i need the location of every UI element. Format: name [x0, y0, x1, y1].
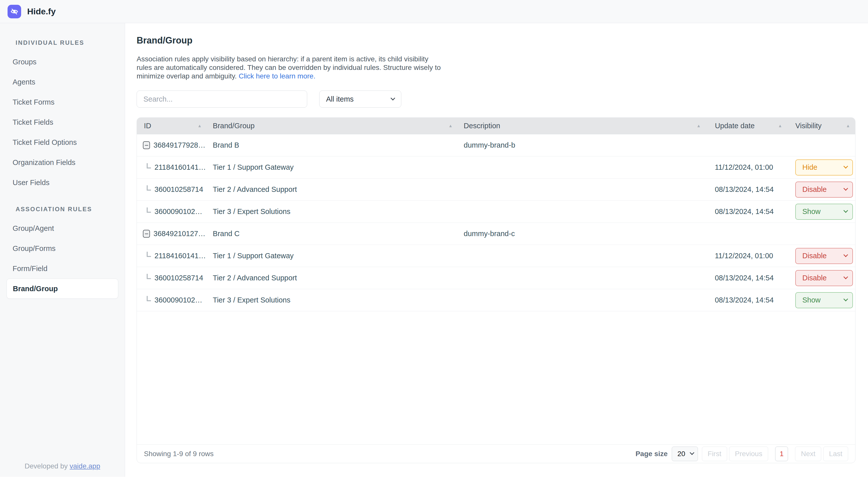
page-button-last[interactable]: Last — [823, 447, 848, 461]
brand-group-cell: Tier 2 / Advanced Support — [213, 179, 464, 200]
sidebar-item-ticket-field-options[interactable]: Ticket Field Options — [6, 132, 118, 152]
id-cell: 3600090102… — [137, 289, 213, 311]
visibility-value: Hide — [802, 163, 817, 171]
sidebar-item-group-forms[interactable]: Group/Forms — [6, 238, 118, 258]
items-filter-select[interactable]: All items — [319, 91, 401, 107]
id-cell: 36849210127… — [137, 223, 213, 245]
sidebar-sections: INDIVIDUAL RULESGroupsAgentsTicket Forms… — [0, 39, 125, 299]
table-body: 36849177928…Brand Bdummy-brand-b21184160… — [137, 134, 855, 444]
column-header-id[interactable]: ID▲ — [137, 118, 213, 134]
page-size-value: 20 — [678, 450, 685, 458]
visibility-select[interactable]: Disable — [795, 270, 853, 286]
row-id: 3600090102… — [154, 296, 202, 304]
visibility-value: Show — [802, 208, 821, 216]
app-logo — [7, 5, 21, 18]
learn-more-link[interactable]: Click here to learn more. — [239, 72, 315, 80]
brand-group-cell: Tier 1 / Support Gateway — [213, 156, 464, 178]
table-row: 21184160141…Tier 1 / Support Gateway11/1… — [137, 245, 855, 267]
visibility-select[interactable]: Disable — [795, 248, 853, 264]
sidebar-item-form-field[interactable]: Form/Field — [6, 258, 118, 279]
main-content: Brand/Group Association rules apply visi… — [125, 23, 868, 477]
update-date-cell: 08/13/2024, 14:54 — [712, 289, 792, 311]
visibility-cell — [792, 134, 855, 156]
collapse-toggle-button[interactable] — [143, 230, 150, 237]
brand-group-cell: Brand C — [213, 223, 464, 245]
table-row: 360010258714Tier 2 / Advanced Support08/… — [137, 179, 855, 201]
sidebar-item-ticket-forms[interactable]: Ticket Forms — [6, 92, 118, 112]
page-button-1[interactable]: 1 — [775, 447, 788, 461]
sidebar-item-organization-fields[interactable]: Organization Fields — [6, 152, 118, 172]
row-id: 36849210127… — [153, 230, 205, 238]
id-cell: 360010258714 — [137, 267, 213, 289]
update-date-cell — [712, 223, 792, 245]
row-id: 36849177928… — [153, 141, 205, 149]
chevron-down-icon — [690, 450, 694, 455]
search-input[interactable] — [136, 91, 307, 107]
description-cell — [464, 267, 712, 289]
column-header-brand-group[interactable]: Brand/Group▲ — [213, 118, 464, 134]
sidebar-item-brand-group[interactable]: Brand/Group — [6, 279, 118, 299]
chevron-down-icon — [391, 96, 395, 100]
sidebar-item-group-agent[interactable]: Group/Agent — [6, 218, 118, 238]
chevron-down-icon — [843, 275, 848, 279]
visibility-select[interactable]: Show — [795, 292, 853, 308]
brand-group-cell: Brand B — [213, 134, 464, 156]
chevron-down-icon — [843, 186, 848, 191]
sidebar-item-user-fields[interactable]: User Fields — [6, 172, 118, 193]
sidebar-section-label: INDIVIDUAL RULES — [0, 39, 125, 46]
table-row: 3600090102…Tier 3 / Expert Solutions08/1… — [137, 201, 855, 223]
visibility-select[interactable]: Disable — [795, 182, 853, 198]
visibility-cell: Disable — [792, 267, 855, 289]
page-description: Association rules apply visibility based… — [136, 55, 442, 81]
visibility-value: Show — [802, 296, 821, 304]
visibility-cell: Disable — [792, 245, 855, 267]
filters-bar: All items — [136, 91, 856, 107]
id-cell: 3600090102… — [137, 201, 213, 223]
description-cell: dummy-brand-b — [464, 134, 712, 156]
chevron-down-icon — [843, 208, 848, 213]
chevron-down-icon — [843, 252, 848, 257]
row-id: 21184160141… — [154, 252, 206, 260]
pagination-buttons: FirstPrevious1NextLast — [702, 447, 848, 461]
rules-table: ID▲Brand/Group▲Description▲Update date▲V… — [136, 118, 856, 463]
visibility-cell — [792, 223, 855, 245]
page-button-first[interactable]: First — [702, 447, 727, 461]
update-date-cell: 11/12/2024, 01:00 — [712, 156, 792, 178]
column-label: ID — [144, 122, 151, 130]
column-label: Visibility — [795, 122, 822, 130]
collapse-toggle-button[interactable] — [143, 141, 150, 149]
update-date-cell: 08/13/2024, 14:54 — [712, 179, 792, 200]
table-row: 21184160141…Tier 1 / Support Gateway11/1… — [137, 156, 855, 179]
row-id: 360010258714 — [154, 274, 203, 282]
visibility-select[interactable]: Hide — [795, 159, 853, 176]
sidebar-item-ticket-fields[interactable]: Ticket Fields — [6, 112, 118, 132]
tree-connector-icon — [147, 252, 151, 257]
minus-icon — [145, 145, 148, 146]
column-header-update-date[interactable]: Update date▲ — [712, 118, 792, 134]
eye-off-icon — [10, 7, 19, 15]
sidebar-item-groups[interactable]: Groups — [6, 52, 118, 72]
visibility-value: Disable — [802, 274, 827, 282]
visibility-value: Disable — [802, 185, 827, 194]
description-cell: dummy-brand-c — [464, 223, 712, 245]
page-button-next[interactable]: Next — [795, 447, 821, 461]
description-cell — [464, 156, 712, 178]
column-header-visibility[interactable]: Visibility▲ — [792, 118, 855, 134]
page-size-label: Page size — [636, 450, 668, 458]
sidebar-footer: Developed by vaide.app — [0, 462, 125, 470]
vaide-app-link[interactable]: vaide.app — [70, 462, 100, 470]
visibility-select[interactable]: Show — [795, 204, 853, 220]
row-id: 360010258714 — [154, 185, 203, 194]
page-title: Brand/Group — [136, 35, 856, 46]
sidebar-nav: GroupsAgentsTicket FormsTicket FieldsTic… — [0, 52, 125, 193]
page-size-select[interactable]: 20 — [672, 447, 698, 461]
column-header-description[interactable]: Description▲ — [464, 118, 712, 134]
rows-summary: Showing 1-9 of 9 rows — [144, 450, 214, 458]
description-cell — [464, 245, 712, 267]
sidebar-item-agents[interactable]: Agents — [6, 72, 118, 92]
page-button-previous[interactable]: Previous — [729, 447, 768, 461]
visibility-cell: Show — [792, 289, 855, 311]
sort-asc-icon: ▲ — [448, 124, 453, 128]
id-cell: 36849177928… — [137, 134, 213, 156]
topbar: Hide.fy — [0, 0, 868, 23]
